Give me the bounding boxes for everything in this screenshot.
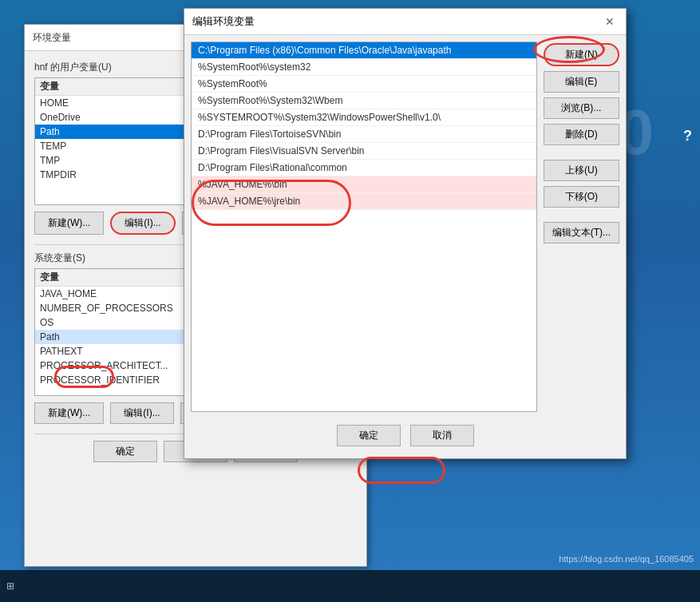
- path-item[interactable]: %SystemRoot%: [192, 76, 536, 93]
- path-browse-button[interactable]: 浏览(B)...: [544, 97, 619, 119]
- url-watermark: https://blog.csdn.net/qq_16085405: [559, 554, 694, 564]
- edit-dialog-content: C:\Program Files (x86)\Common Files\Orac…: [184, 35, 626, 459]
- path-item[interactable]: C:\Program Files (x86)\Common Files\Orac…: [192, 42, 536, 59]
- path-new-button[interactable]: 新建(N): [544, 43, 619, 66]
- path-delete-button[interactable]: 删除(D): [544, 124, 619, 145]
- circle-edit-button: [358, 457, 445, 484]
- sys-edit-button[interactable]: 编辑(I)...: [110, 402, 173, 424]
- path-edit-text-button[interactable]: 编辑文本(T)...: [544, 222, 619, 244]
- path-item[interactable]: D:\Program Files\TortoiseSVN\bin: [192, 126, 536, 143]
- help-icon[interactable]: ?: [683, 128, 692, 145]
- edit-dialog-close[interactable]: ✕: [602, 14, 618, 30]
- env-dialog-title: 环境变量: [33, 31, 71, 45]
- path-item-java-home-jre[interactable]: %JAVA_HOME%\jre\bin: [192, 193, 536, 210]
- edit-ok-button[interactable]: 确定: [337, 425, 401, 446]
- edit-dialog: 编辑环境变量 ✕ C:\Program Files (x86)\Common F…: [184, 8, 627, 459]
- edit-bottom-btn-row: 确定 取消: [191, 418, 619, 453]
- path-edit-button[interactable]: 编辑(E): [544, 71, 619, 93]
- path-item-java-home-bin[interactable]: %JAVA_HOME%\bin: [192, 176, 536, 193]
- edit-dialog-titlebar: 编辑环境变量 ✕: [184, 9, 626, 35]
- path-item[interactable]: D:\Program Files\Rational\common: [192, 160, 536, 176]
- path-list[interactable]: C:\Program Files (x86)\Common Files\Orac…: [191, 42, 537, 412]
- user-edit-button[interactable]: 编辑(I)...: [110, 212, 175, 235]
- env-ok-button[interactable]: 确定: [93, 441, 157, 462]
- path-down-button[interactable]: 下移(O): [544, 186, 619, 208]
- path-item[interactable]: %SystemRoot%\System32\Wbem: [192, 93, 536, 109]
- path-up-button[interactable]: 上移(U): [544, 160, 619, 181]
- taskbar: ⊞: [0, 570, 700, 602]
- sys-new-button[interactable]: 新建(W)...: [34, 402, 104, 424]
- edit-dialog-title: 编辑环境变量: [192, 14, 255, 29]
- path-item[interactable]: %SYSTEMROOT%\System32\WindowsPowerShell\…: [192, 109, 536, 126]
- path-item[interactable]: D:\Program Files\VisualSVN Server\bin: [192, 143, 536, 160]
- path-item[interactable]: %SystemRoot%\system32: [192, 59, 536, 76]
- user-new-button[interactable]: 新建(W)...: [34, 212, 104, 235]
- taskbar-item[interactable]: ⊞: [6, 580, 14, 592]
- edit-cancel-button[interactable]: 取消: [410, 425, 474, 446]
